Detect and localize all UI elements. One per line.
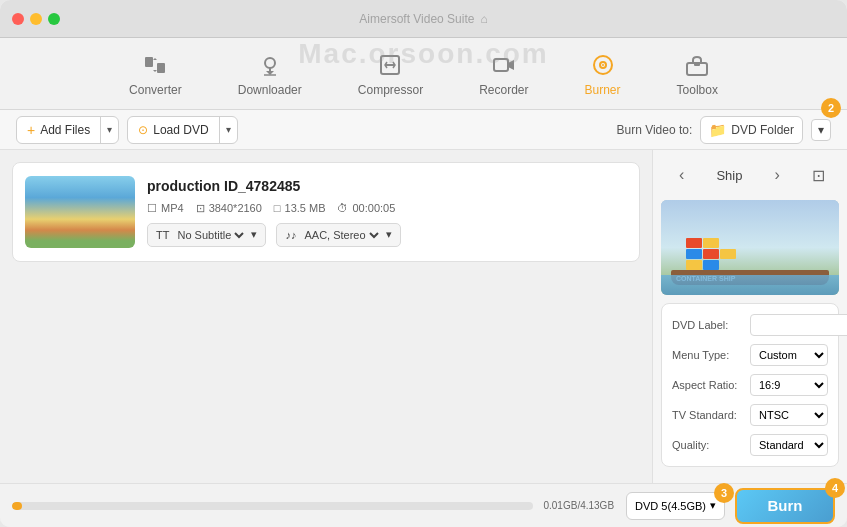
tv-standard-select[interactable]: NTSC PAL bbox=[750, 404, 828, 426]
dvd-label-input[interactable] bbox=[750, 314, 847, 336]
svg-rect-4 bbox=[494, 59, 508, 71]
nav-converter-label: Converter bbox=[129, 83, 182, 97]
title-bar: Aimersoft Video Suite ⌂ bbox=[0, 0, 847, 38]
format-info: ☐ MP4 bbox=[147, 202, 184, 215]
traffic-lights bbox=[12, 13, 60, 25]
file-meta: ☐ MP4 ⊡ 3840*2160 □ 13.5 MB ⏱ bbox=[147, 202, 615, 215]
nav-bar: Converter Downloader bbox=[0, 38, 847, 110]
audio-control[interactable]: ♪♪ AAC, Stereo ▾ bbox=[276, 223, 401, 247]
badge-2: 2 bbox=[821, 98, 841, 118]
file-name: production ID_4782485 bbox=[147, 178, 615, 194]
size-info: □ 13.5 MB bbox=[274, 202, 326, 214]
nav-downloader-label: Downloader bbox=[238, 83, 302, 97]
dvd-folder-label: DVD Folder bbox=[731, 123, 794, 137]
title-text: Aimersoft Video Suite ⌂ bbox=[359, 12, 487, 26]
plus-icon: + bbox=[27, 122, 35, 138]
format-icon: ☐ bbox=[147, 202, 157, 215]
burn-button[interactable]: Burn bbox=[735, 488, 835, 524]
close-button[interactable] bbox=[12, 13, 24, 25]
badge-3: 3 bbox=[714, 483, 734, 503]
nav-burner[interactable]: Burner bbox=[557, 43, 649, 105]
app-title: Aimersoft Video Suite bbox=[359, 12, 474, 26]
dvd-arrow: ▾ bbox=[710, 499, 716, 512]
clock-icon: ⏱ bbox=[337, 202, 348, 214]
nav-burner-label: Burner bbox=[585, 83, 621, 97]
downloader-icon bbox=[256, 51, 284, 79]
home-icon: ⌂ bbox=[480, 12, 487, 26]
file-controls: TT No Subtitle ▾ ♪♪ AAC, Stereo ▾ bbox=[147, 223, 615, 247]
converter-icon bbox=[141, 51, 169, 79]
nav-compressor[interactable]: Compressor bbox=[330, 43, 451, 105]
tv-standard-row: TV Standard: NTSC PAL bbox=[672, 404, 828, 426]
burn-folder-button[interactable]: 📁 DVD Folder bbox=[700, 116, 803, 144]
svg-rect-0 bbox=[145, 57, 153, 67]
resolution-value: 3840*2160 bbox=[209, 202, 262, 214]
file-card: production ID_4782485 ☐ MP4 ⊡ 3840*2160 … bbox=[12, 162, 640, 262]
burner-icon bbox=[589, 51, 617, 79]
nav-toolbox[interactable]: Toolbox bbox=[649, 43, 746, 105]
size-icon: □ bbox=[274, 202, 281, 214]
nav-compressor-label: Compressor bbox=[358, 83, 423, 97]
dvd-icon: ⊙ bbox=[138, 123, 148, 137]
burn-button-wrapper: Burn 4 bbox=[735, 488, 835, 524]
bottom-left: 0.01GB/4.13GB bbox=[12, 500, 614, 511]
nav-converter[interactable]: Converter bbox=[101, 43, 210, 105]
load-dvd-label: Load DVD bbox=[153, 123, 208, 137]
dvd-label-label: DVD Label: bbox=[672, 319, 744, 331]
svg-rect-1 bbox=[157, 63, 165, 73]
next-arrow-button[interactable]: › bbox=[771, 162, 784, 188]
burn-to-label: Burn Video to: bbox=[616, 123, 692, 137]
edit-button[interactable]: ⊡ bbox=[812, 166, 825, 185]
prev-arrow-button[interactable]: ‹ bbox=[675, 162, 688, 188]
svg-point-2 bbox=[265, 58, 275, 68]
ship-scene: CONTAINER SHIP bbox=[661, 200, 839, 295]
quality-label: Quality: bbox=[672, 439, 744, 451]
audio-arrow: ▾ bbox=[386, 228, 392, 241]
folder-dropdown-arrow[interactable]: ▾ bbox=[811, 119, 831, 141]
nav-downloader[interactable]: Downloader bbox=[210, 43, 330, 105]
svg-rect-9 bbox=[694, 62, 700, 66]
aspect-ratio-select[interactable]: 16:9 4:3 bbox=[750, 374, 828, 396]
dvd-selector[interactable]: DVD 5(4.5GB) ▾ 3 bbox=[626, 492, 725, 520]
quality-row: Quality: Standard High Low bbox=[672, 434, 828, 456]
maximize-button[interactable] bbox=[48, 13, 60, 25]
quality-select[interactable]: Standard High Low bbox=[750, 434, 828, 456]
toolbox-icon bbox=[683, 51, 711, 79]
nav-recorder[interactable]: Recorder bbox=[451, 43, 556, 105]
menu-type-select[interactable]: Custom None Classic bbox=[750, 344, 828, 366]
audio-icon: ♪♪ bbox=[285, 229, 296, 241]
thumbnail bbox=[25, 176, 135, 248]
toolbar: + Add Files ▾ ⊙ Load DVD ▾ Burn Video to… bbox=[0, 110, 847, 150]
subtitle-icon: TT bbox=[156, 229, 169, 241]
duration-value: 00:00:05 bbox=[352, 202, 395, 214]
preview-label: Ship bbox=[716, 168, 742, 183]
progress-text: 0.01GB/4.13GB bbox=[543, 500, 614, 511]
recorder-icon bbox=[490, 51, 518, 79]
progress-bar-fill bbox=[12, 502, 22, 510]
subtitle-control[interactable]: TT No Subtitle ▾ bbox=[147, 223, 266, 247]
load-dvd-arrow[interactable]: ▾ bbox=[219, 117, 237, 143]
badge-4: 4 bbox=[825, 478, 845, 498]
menu-type-label: Menu Type: bbox=[672, 349, 744, 361]
load-dvd-button[interactable]: ⊙ Load DVD bbox=[128, 117, 218, 143]
minimize-button[interactable] bbox=[30, 13, 42, 25]
bottom-bar: 0.01GB/4.13GB DVD 5(4.5GB) ▾ 3 Burn 4 bbox=[0, 483, 847, 527]
add-files-arrow[interactable]: ▾ bbox=[100, 117, 118, 143]
audio-select[interactable]: AAC, Stereo bbox=[300, 228, 382, 242]
svg-point-7 bbox=[602, 64, 604, 66]
aspect-ratio-label: Aspect Ratio: bbox=[672, 379, 744, 391]
main-content: production ID_4782485 ☐ MP4 ⊡ 3840*2160 … bbox=[0, 150, 847, 483]
bottom-right: DVD 5(4.5GB) ▾ 3 Burn 4 bbox=[626, 488, 835, 524]
subtitle-select[interactable]: No Subtitle bbox=[173, 228, 247, 242]
resolution-info: ⊡ 3840*2160 bbox=[196, 202, 262, 215]
load-dvd-group: ⊙ Load DVD ▾ bbox=[127, 116, 237, 144]
app-window: Aimersoft Video Suite ⌂ Mac.orsoon.com C… bbox=[0, 0, 847, 527]
toolbar-right: Burn Video to: 📁 DVD Folder ▾ 2 bbox=[616, 116, 831, 144]
add-files-button[interactable]: + Add Files bbox=[17, 117, 100, 143]
preview-image: CONTAINER SHIP bbox=[661, 200, 839, 295]
dvd-label-row: DVD Label: bbox=[672, 314, 828, 336]
resolution-icon: ⊡ bbox=[196, 202, 205, 215]
tv-standard-label: TV Standard: bbox=[672, 409, 744, 421]
add-files-group: + Add Files ▾ bbox=[16, 116, 119, 144]
duration-info: ⏱ 00:00:05 bbox=[337, 202, 395, 214]
